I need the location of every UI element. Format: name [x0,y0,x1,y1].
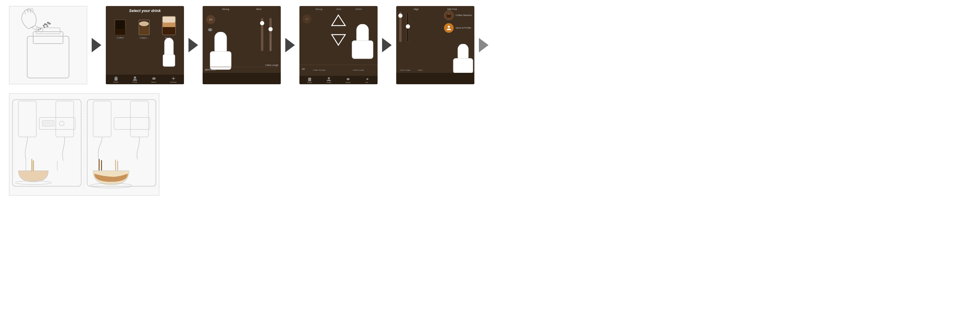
svg-rect-19 [162,22,175,27]
volume-dashed-line [270,35,271,51]
arrow-4 [382,38,392,53]
drink-options-row: Coffee Cappu... [106,14,184,41]
svg-point-36 [328,77,330,80]
strength-slider[interactable] [261,18,263,51]
nav-bar-step3 [203,73,281,84]
drink-macchiato[interactable]: Mcch... [161,15,177,39]
person-icon [446,25,452,31]
svg-point-10 [38,29,40,30]
nav-beans-step4[interactable]: Beans [346,77,350,83]
step4-top-labels: Strong 40ml 120ml [299,6,377,11]
coffee-maestro-icon [444,11,453,20]
svg-rect-24 [115,77,117,78]
nav-settings-step4[interactable]: Set... [365,77,370,83]
finger-icon [157,38,181,68]
profile-nav-icon [132,76,138,81]
coffee-strength-label: Coffee Strength [313,69,326,71]
svg-point-37 [347,78,350,80]
settings-icon-step4 [365,77,370,81]
svg-rect-53 [56,101,74,137]
multiplier-button-step4[interactable]: 2X [302,14,312,24]
bottom-illustrations [9,93,159,196]
nav-drinks-step4[interactable]: Drinks [307,77,312,83]
finger-step5-icon [452,44,474,74]
save-to-profile-option[interactable]: Save to Profile [444,23,472,33]
svg-rect-1 [33,32,63,44]
arrow-1 [92,38,101,53]
nav-beans-label: Beans [151,81,156,83]
step4-bottom-labels: Coffee Strength Coffee Length [299,69,377,71]
nav-bar-step2: Drinks Profile Beans [106,75,184,84]
nav-settings-label: Settings [170,81,177,83]
bottom-drink-name: ppuccino [205,67,278,71]
svg-point-41 [448,26,450,28]
profile-icon-step4 [326,77,331,81]
svg-rect-34 [352,41,373,59]
coffee-label: Coffee [117,37,124,39]
save-profile-label: Save to Profile [455,27,471,29]
volume-slider[interactable] [269,18,272,51]
svg-rect-51 [42,120,54,126]
down-arrow-icon [330,30,347,46]
volume-thumb [269,27,273,31]
step5-sliders [399,12,409,51]
nav-profile-label: Profile [132,81,137,83]
svg-point-9 [46,25,48,27]
macchiato-glass-icon [161,15,177,36]
coffee-maestro-label: Coffee Maestro [455,14,472,17]
nav-settings[interactable]: Settings [170,76,177,83]
step1-illustration [9,6,87,84]
save-profile-icon [444,23,453,33]
svg-rect-18 [162,16,175,22]
multiplier-button[interactable]: 2X [206,15,215,24]
nav-profile-label-step4: Profile [326,81,331,83]
multiplier-label-step4: 2X [305,18,309,21]
drink-cappuccino[interactable]: Cappu... [137,18,151,39]
arrow-2 [188,38,198,53]
up-arrow-button[interactable] [330,14,347,31]
svg-rect-13 [115,29,126,35]
up-arrow-icon [330,14,347,30]
high-label: High [414,8,418,11]
nav-drinks[interactable]: Drinks [113,76,119,83]
strength-thumb [260,21,264,25]
foam-length-label: Foam Length [400,69,410,71]
nav-profile[interactable]: Profile [132,76,138,83]
coffee-length-label-step4: Coffee Length [353,69,364,71]
svg-rect-43 [453,58,473,73]
drink-coffee[interactable]: Coffee [113,18,127,39]
beans-nav-icon [151,76,157,81]
nav-settings-label-step4: Set... [366,81,369,83]
cappuccino-glass-icon [137,18,151,36]
step-4-confirm-settings: Strong 40ml 120ml 2X [299,6,377,84]
foam-slider[interactable] [399,12,402,42]
step3-bottom-text: ppuccino [203,66,281,72]
coffee-glass-icon [113,18,127,36]
main-container: Select your drink Coffee [0,0,980,201]
step-2-select-drink: Select your drink Coffee [106,6,184,84]
beans-icon-step4 [346,77,350,81]
nav-beans[interactable]: Beans [151,76,157,83]
sliders-area [261,12,272,51]
order-slider[interactable] [406,12,409,42]
coffee-maestro-option[interactable]: Coffee Maestro [444,11,472,20]
screen-title: Select your drink [106,6,184,14]
drinks-icon-step4 [307,77,312,81]
machine-illustration [9,94,159,195]
nav-profile-step4[interactable]: Profile [326,77,331,83]
finger-touch-overlay [157,38,181,69]
step4-strong-label: Strong [315,8,323,11]
multiplier-label: 2X [209,18,212,21]
svg-rect-16 [139,26,149,35]
nav-drinks-label-step4: Drinks [307,81,312,83]
down-arrow-button[interactable] [330,30,347,48]
settings-nav-icon [171,76,176,81]
nav-drinks-label: Drinks [113,81,118,83]
finger-step4-icon [349,24,376,60]
step4-vol2-label: 120ml [355,8,362,11]
svg-rect-35 [308,78,311,81]
step-1-fill-beans [9,6,87,84]
cappuccino-label: Cappu... [140,37,148,39]
bottom-row [9,93,971,196]
svg-point-27 [173,78,174,80]
